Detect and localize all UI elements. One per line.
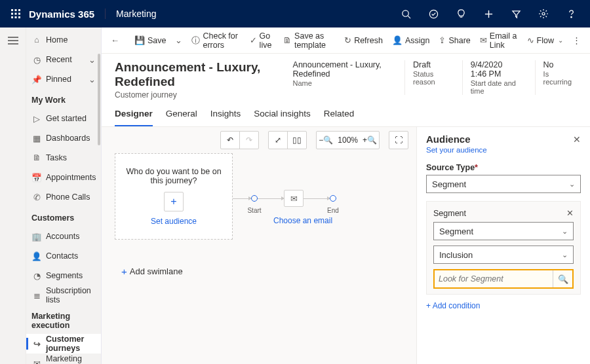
add-swimlane-button[interactable]: +Add swimlane — [121, 266, 183, 277]
svg-rect-2 — [18, 9, 20, 11]
svg-rect-7 — [15, 16, 17, 18]
zoom-out-icon[interactable]: −🔍 — [317, 132, 335, 149]
add-audience-button[interactable]: + — [164, 192, 184, 211]
segment-search[interactable]: 🔍 — [433, 269, 574, 289]
sidebar-item-home[interactable]: ⌂Home — [26, 30, 101, 50]
chevron-down-icon: ⌄ — [88, 75, 96, 84]
chevron-down-icon: ⌄ — [569, 180, 575, 189]
sidebar-item-phone-calls[interactable]: ✆Phone Calls — [26, 187, 101, 207]
email-node[interactable]: ✉ — [284, 190, 304, 207]
flow-button[interactable]: ∿Flow⌄ — [523, 31, 567, 50]
set-audience-link[interactable]: Set audience — [151, 217, 197, 226]
segment-card-title: Segment — [433, 209, 466, 218]
panel-title: Audience — [426, 134, 471, 145]
sidebar-item-appointments[interactable]: 📅Appointments — [26, 168, 101, 187]
tab-related[interactable]: Related — [324, 105, 355, 126]
svg-rect-8 — [18, 16, 20, 18]
chevron-down-icon: ⌄ — [562, 227, 568, 236]
sidebar-item-subscription-lists[interactable]: ≣Subscription lists — [26, 285, 101, 305]
sidebar-group-header: Marketing execution — [26, 305, 101, 334]
audience-placeholder-card[interactable]: Who do you want to be on this journey? +… — [115, 153, 233, 240]
app-launcher-icon[interactable] — [5, 3, 26, 24]
redo-icon[interactable]: ↷ — [240, 132, 258, 149]
sidebar-item-customer-journeys[interactable]: ↪Customer journeys — [26, 334, 101, 354]
sidebar-item-label: Get started — [46, 114, 87, 123]
sidebar-item-label: Home — [46, 35, 68, 45]
fit-icon[interactable]: ⤢ — [269, 132, 287, 149]
lightbulb-icon[interactable] — [447, 0, 475, 27]
zoom-level: 100% — [335, 132, 361, 149]
sidebar-item-label: Customer journeys — [46, 335, 96, 353]
header-field-status: DraftStatus reason — [404, 60, 452, 95]
header-field-recurring: NoIs recurring — [535, 60, 577, 95]
sidebar-item-segments[interactable]: ◔Segments — [26, 266, 101, 285]
inclusion-select[interactable]: Inclusion⌄ — [433, 246, 574, 264]
scrollbar-thumb[interactable] — [98, 54, 100, 145]
help-icon[interactable] — [557, 0, 585, 27]
header-field-name: Announcement - Luxury, RedefinedName — [285, 60, 394, 95]
sidebar-item-get-started[interactable]: ▷Get started — [26, 109, 101, 128]
card-text: Who do you want to be on this journey? — [121, 167, 227, 185]
check-errors-button[interactable]: ⓘCheck for errors — [187, 31, 244, 50]
gear-icon[interactable] — [530, 0, 557, 27]
plus-icon[interactable] — [475, 0, 502, 27]
save-dropdown[interactable]: ⌄ — [171, 31, 186, 50]
sidebar-item-label: Phone Calls — [46, 192, 90, 202]
refresh-button[interactable]: ↻Refresh — [340, 31, 387, 50]
fullscreen-icon[interactable]: ⛶ — [389, 132, 408, 149]
svg-rect-6 — [11, 16, 13, 18]
source-type-select[interactable]: Segment⌄ — [426, 175, 581, 193]
map-icon[interactable]: ▯▯ — [288, 132, 306, 149]
go-live-button[interactable]: ✓Go live — [246, 31, 279, 50]
save-as-template-button[interactable]: 🗎Save as template — [279, 31, 339, 50]
sidebar-item-label: Dashboards — [46, 134, 90, 143]
sidebar-item-label: Segments — [46, 271, 83, 280]
tab-designer[interactable]: Designer — [115, 105, 153, 126]
sidebar-item-label: Marketing emails — [46, 354, 96, 364]
tab-insights[interactable]: Insights — [210, 105, 241, 126]
segment-search-input[interactable] — [435, 274, 553, 283]
sidebar-item-pinned[interactable]: 📌Pinned⌄ — [26, 69, 101, 89]
sidebar-item-tasks[interactable]: 🗎Tasks — [26, 148, 101, 168]
zoom-in-icon[interactable]: +🔍 — [361, 132, 379, 149]
command-bar: ← 💾Save ⌄ ⓘCheck for errors ✓Go live 🗎Sa… — [102, 27, 590, 54]
end-node[interactable] — [330, 195, 336, 202]
search-icon[interactable] — [392, 0, 420, 27]
journey-canvas[interactable]: Who do you want to be on this journey? +… — [102, 153, 416, 364]
undo-icon[interactable]: ↶ — [221, 132, 239, 149]
sidebar-item-label: Pinned — [46, 75, 71, 84]
svg-point-11 — [429, 10, 437, 18]
overflow-button[interactable]: ⋮ — [568, 31, 585, 50]
chevron-down-icon: ⌄ — [562, 251, 568, 259]
close-panel-icon[interactable]: ✕ — [573, 134, 581, 145]
sidebar-item-marketing-emails[interactable]: ✉Marketing emails — [26, 354, 101, 364]
segment-search-button[interactable]: 🔍 — [553, 270, 572, 287]
remove-segment-icon[interactable]: ✕ — [566, 208, 574, 218]
tab-general[interactable]: General — [166, 105, 197, 126]
save-button[interactable]: 💾Save — [130, 31, 170, 50]
svg-rect-1 — [15, 9, 17, 11]
choose-email-link[interactable]: Choose an email — [273, 216, 332, 225]
sidebar-group-header: Customers — [26, 207, 101, 227]
add-condition-link[interactable]: + Add condition — [426, 301, 581, 310]
panel-subtitle-link[interactable]: Set your audience — [426, 146, 581, 154]
sidebar-item-recent[interactable]: ◷Recent⌄ — [26, 50, 101, 69]
svg-rect-5 — [18, 13, 20, 15]
hamburger-icon[interactable] — [0, 27, 26, 54]
svg-point-9 — [402, 10, 408, 16]
back-button[interactable]: ← — [107, 31, 123, 50]
properties-panel: Audience ✕ Set your audience Source Type… — [416, 127, 590, 364]
email-link-button[interactable]: ✉Email a Link — [476, 31, 522, 50]
start-label: Start — [241, 207, 267, 214]
sidebar-item-contacts[interactable]: 👤Contacts — [26, 246, 101, 266]
task-check-icon[interactable] — [420, 0, 447, 27]
share-button[interactable]: ⇪Share — [435, 31, 474, 50]
assign-button[interactable]: 👤Assign — [388, 31, 434, 50]
filter-icon[interactable] — [502, 0, 530, 27]
start-node[interactable] — [251, 195, 258, 202]
chevron-down-icon: ⌄ — [88, 55, 96, 65]
sidebar-item-dashboards[interactable]: ▦Dashboards — [26, 128, 101, 148]
sidebar-item-accounts[interactable]: 🏢Accounts — [26, 227, 101, 246]
segment-select[interactable]: Segment⌄ — [433, 222, 574, 240]
tab-social-insights[interactable]: Social insights — [254, 105, 310, 126]
